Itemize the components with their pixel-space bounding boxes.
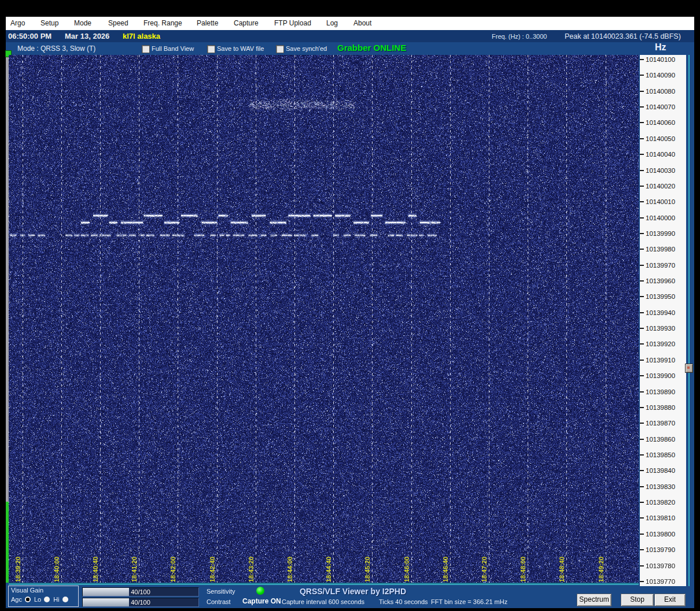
freq-tick-label: 10139940 [646,309,675,316]
checkbox-save-to-wav-label: Save to WAV file [217,45,264,52]
freq-tick-label: 10139970 [646,262,675,269]
radio-hi-label: Hi [53,596,59,603]
time-tick-label: 18:42:00 [170,557,176,582]
time-tick-label: 18:48:00 [520,557,526,582]
capture-led-icon [256,587,264,595]
menu-item-ftp-upload[interactable]: FTP Upload [274,19,311,27]
freq-tick-label: 10140010 [646,198,675,205]
time-tick-label: 18:48:40 [558,557,565,582]
spectrum-button[interactable]: Spectrum [577,594,611,606]
freq-scale-row: 10139920 [640,340,686,348]
time-tick-label: 18:41:20 [131,557,138,582]
freq-tick-mark [640,439,644,440]
checkbox-save-to-wav[interactable] [207,45,215,53]
time-tick-label: 18:40:00 [53,557,60,582]
contrast-slider[interactable]: 40/100 [82,598,199,607]
freq-tick-label: 10139950 [646,293,675,300]
freq-tick-mark [640,106,644,108]
freq-tick-mark [640,470,644,471]
freq-scale-row: 10139900 [640,372,686,380]
freq-tick-label: 10139810 [646,514,675,521]
menu-item-about[interactable]: About [353,19,371,27]
freq-tick-label: 10140090 [646,72,675,79]
freq-tick-label: 10140080 [646,88,675,95]
menu-item-freq-range[interactable]: Freq. Range [143,19,182,27]
freq-tick-label: 10139980 [646,246,675,253]
freq-tick-label: 10139910 [646,357,675,364]
freq-scale-row: 10140000 [640,214,686,222]
menu-item-argo[interactable]: Argo [10,19,25,27]
freq-tick-mark [640,565,644,566]
freq-scale-row: 10139790 [640,546,686,554]
contrast-value: 40/100 [83,598,198,606]
time-tick-label: 18:46:00 [403,557,410,582]
radio-agc-label: Agc [11,596,22,603]
freq-tick-label: 10139780 [646,562,675,569]
menu-item-speed[interactable]: Speed [108,19,128,27]
radio-lo-icon[interactable] [44,597,50,602]
freq-tick-label: 10139890 [646,388,675,395]
checkbox-full-band-view[interactable] [142,45,150,53]
menu-item-capture[interactable]: Capture [234,19,259,27]
freq-scale-row: 10139950 [640,293,686,301]
freq-tick-mark [640,201,644,202]
freq-scale-row: 10139810 [640,514,686,522]
freq-scale-row: 10140060 [640,119,686,127]
freq-tick-mark [640,343,644,345]
radio-agc-icon[interactable] [25,597,31,602]
freq-tick-mark [640,486,644,487]
freq-scale-row: 10139970 [640,262,686,269]
freq-scale-row: 10139930 [640,325,686,332]
freq-offset-slider-thumb[interactable] [685,364,693,373]
freq-tick-label: 10140020 [646,183,675,190]
freq-tick-mark [640,296,644,297]
stop-button[interactable]: Stop [621,594,654,606]
time-tick-label: 18:46:40 [442,557,449,582]
freq-scale-row: 10139840 [640,467,686,475]
menu-bar: ArgoSetupModeSpeedFreq. RangePaletteCapt… [6,17,694,30]
freq-offset-slider-track [688,55,690,586]
sensitivity-slider[interactable]: 40/100 [82,587,199,597]
clock-time: 06:50:00 PM [8,32,51,40]
radio-hi-icon[interactable] [62,597,68,602]
freq-tick-label: 10139930 [646,325,675,332]
freq-tick-mark [640,138,644,139]
freq-tick-label: 10139920 [646,340,675,347]
freq-tick-mark [640,407,644,408]
freq-tick-mark [640,454,644,456]
freq-scale-row: 10140100 [640,56,686,64]
freq-tick-mark [640,154,644,155]
freq-tick-mark [640,502,644,503]
freq-tick-label: 10139800 [646,531,675,538]
freq-scale-row: 10140050 [640,135,686,143]
freq-scale-unit-label: Hz [655,42,666,53]
freq-tick-mark [640,549,644,550]
freq-scale-row: 10139940 [640,309,686,317]
freq-scale-row: 10139910 [640,357,686,364]
freq-tick-label: 10139830 [646,483,675,490]
peak-readout: Peak at 10140023.361 (-74.5 dBFS) [565,32,681,40]
freq-tick-label: 10139770 [646,578,675,585]
freq-scale-row: 10139770 [640,578,686,586]
freq-tick-label: 10140050 [646,135,675,142]
freq-tick-label: 10139850 [646,451,675,458]
freq-scale-row: 10139780 [640,562,686,570]
freq-scale-row: 10140020 [640,183,686,190]
exit-button[interactable]: Exit [654,594,686,606]
freq-scale-row: 10140070 [640,103,686,111]
checkbox-save-synched[interactable] [276,45,284,53]
time-tick-label: 18:49:20 [598,557,605,582]
grabber-status-badge: Grabber ONLINE [337,43,406,53]
menu-item-log[interactable]: Log [326,19,338,27]
freq-scale-row: 10139870 [640,420,686,427]
freq-tick-label: 10140000 [646,214,675,221]
frequency-scale: 1014010010140090101400801014007010140060… [640,55,686,586]
freq-tick-mark [640,170,644,171]
menu-item-setup[interactable]: Setup [40,19,58,27]
menu-item-mode[interactable]: Mode [74,19,91,27]
freq-tick-label: 10139990 [646,230,675,237]
freq-tick-mark [640,375,644,376]
menu-item-palette[interactable]: Palette [197,19,218,27]
freq-scale-row: 10139890 [640,388,686,396]
app-title: QRSS/VLF Viewer by I2PHD [266,587,440,596]
